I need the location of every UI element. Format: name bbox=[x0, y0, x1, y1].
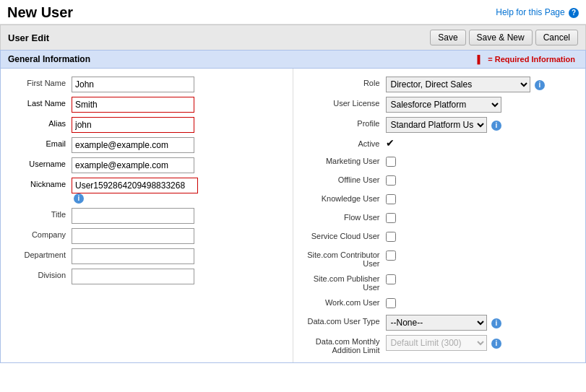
help-icon[interactable]: ? bbox=[569, 8, 579, 18]
first-name-input[interactable] bbox=[72, 77, 194, 92]
first-name-label: First Name bbox=[7, 77, 72, 87]
sitecom-publisher-label: Site.com Publisher User bbox=[299, 272, 386, 292]
division-row: Division bbox=[1, 266, 293, 287]
department-value bbox=[72, 248, 287, 264]
role-select[interactable]: Director, Direct Sales bbox=[386, 77, 530, 92]
last-name-label: Last Name bbox=[7, 97, 72, 108]
user-license-label: User License bbox=[299, 97, 386, 108]
datacom-user-type-info-icon[interactable]: i bbox=[491, 318, 501, 328]
company-row: Company bbox=[1, 226, 293, 246]
first-name-row: First Name bbox=[1, 74, 293, 95]
workcom-user-checkbox[interactable] bbox=[386, 298, 396, 308]
alias-row: Alias bbox=[1, 115, 293, 135]
company-value bbox=[72, 228, 287, 244]
profile-row: Profile Standard Platform User i bbox=[293, 115, 586, 135]
role-value: Director, Direct Sales i bbox=[386, 77, 580, 92]
username-input[interactable] bbox=[72, 157, 194, 173]
knowledge-user-row: Knowledge User bbox=[293, 190, 586, 209]
datacom-user-type-value: --None-- i bbox=[386, 315, 580, 331]
required-note: ▌ = Required Information bbox=[477, 55, 578, 64]
sitecom-contributor-label: Site.com Contributor User bbox=[299, 248, 386, 268]
form-left: First Name Last Name Alias Email Usernam bbox=[1, 69, 293, 362]
active-row: Active ✔ bbox=[293, 135, 586, 152]
knowledge-user-label: Knowledge User bbox=[299, 192, 386, 203]
company-input[interactable] bbox=[72, 228, 194, 244]
title-row: Title bbox=[1, 206, 293, 226]
company-label: Company bbox=[7, 228, 72, 239]
sitecom-contributor-value bbox=[386, 248, 580, 263]
alias-input[interactable] bbox=[72, 117, 194, 133]
division-value bbox=[72, 269, 287, 284]
flow-user-checkbox[interactable] bbox=[386, 213, 396, 223]
email-row: Email bbox=[1, 135, 293, 155]
offline-user-label: Offline User bbox=[299, 173, 386, 184]
marketing-user-checkbox[interactable] bbox=[386, 157, 396, 167]
first-name-value bbox=[72, 77, 287, 92]
division-label: Division bbox=[7, 269, 72, 279]
profile-select[interactable]: Standard Platform User bbox=[386, 117, 487, 133]
sitecom-publisher-checkbox[interactable] bbox=[386, 274, 396, 284]
role-row: Role Director, Direct Sales i bbox=[293, 74, 586, 95]
datacom-monthly-value: Default Limit (300) i bbox=[386, 335, 580, 351]
save-new-button[interactable]: Save & New bbox=[469, 30, 533, 45]
datacom-monthly-row: Data.com Monthly Addition Limit Default … bbox=[293, 333, 586, 357]
role-info-icon[interactable]: i bbox=[535, 80, 545, 90]
active-checkmark: ✔ bbox=[386, 137, 395, 149]
datacom-user-type-row: Data.com User Type --None-- i bbox=[293, 313, 586, 333]
flow-user-label: Flow User bbox=[299, 211, 386, 222]
cancel-button[interactable]: Cancel bbox=[535, 30, 578, 45]
datacom-user-type-label: Data.com User Type bbox=[299, 315, 386, 326]
flow-user-value bbox=[386, 211, 580, 225]
workcom-user-row: Work.com User bbox=[293, 294, 586, 313]
general-info-title: General Information bbox=[8, 54, 90, 64]
email-value bbox=[72, 137, 287, 153]
knowledge-user-checkbox[interactable] bbox=[386, 194, 396, 204]
department-input[interactable] bbox=[72, 248, 194, 264]
sitecom-publisher-row: Site.com Publisher User bbox=[293, 270, 586, 294]
service-cloud-user-checkbox[interactable] bbox=[386, 232, 396, 242]
datacom-monthly-select[interactable]: Default Limit (300) bbox=[386, 335, 487, 351]
flow-user-row: Flow User bbox=[293, 209, 586, 227]
nickname-info-icon[interactable]: i bbox=[74, 193, 84, 204]
department-label: Department bbox=[7, 248, 72, 259]
page-title: New User bbox=[7, 4, 73, 21]
title-input[interactable] bbox=[72, 208, 194, 224]
sitecom-contributor-checkbox[interactable] bbox=[386, 251, 396, 261]
form-body: First Name Last Name Alias Email Usernam bbox=[0, 68, 586, 363]
nickname-row: Nickname i bbox=[1, 175, 293, 206]
division-input[interactable] bbox=[72, 269, 194, 284]
profile-label: Profile bbox=[299, 117, 386, 128]
alias-value bbox=[72, 117, 287, 133]
general-info-header: General Information ▌ = Required Informa… bbox=[0, 50, 586, 68]
username-label: Username bbox=[7, 157, 72, 168]
knowledge-user-value bbox=[386, 192, 580, 206]
form-right: Role Director, Direct Sales i User Licen… bbox=[293, 69, 586, 362]
datacom-user-type-select[interactable]: --None-- bbox=[386, 315, 487, 331]
sitecom-contributor-row: Site.com Contributor User bbox=[293, 246, 586, 270]
offline-user-checkbox[interactable] bbox=[386, 175, 396, 186]
username-row: Username bbox=[1, 155, 293, 175]
required-marker: ▌ bbox=[477, 55, 483, 64]
user-license-row: User License Salesforce Platform bbox=[293, 95, 586, 115]
email-input[interactable] bbox=[72, 137, 194, 153]
sitecom-publisher-value bbox=[386, 272, 580, 287]
nickname-input[interactable] bbox=[72, 178, 198, 193]
section-header: User Edit Save Save & New Cancel bbox=[0, 25, 586, 50]
title-value bbox=[72, 208, 287, 224]
user-license-select[interactable]: Salesforce Platform bbox=[386, 97, 501, 113]
nickname-value: i bbox=[72, 178, 287, 204]
alias-label: Alias bbox=[7, 117, 72, 128]
page-header: New User Help for this Page ? bbox=[0, 0, 586, 25]
last-name-row: Last Name bbox=[1, 95, 293, 115]
last-name-input[interactable] bbox=[72, 97, 194, 113]
offline-user-value bbox=[386, 173, 580, 188]
service-cloud-user-row: Service Cloud User bbox=[293, 227, 586, 246]
save-button[interactable]: Save bbox=[430, 30, 465, 45]
profile-info-icon[interactable]: i bbox=[491, 121, 501, 131]
datacom-monthly-info-icon[interactable]: i bbox=[491, 339, 501, 349]
last-name-value bbox=[72, 97, 287, 113]
profile-value: Standard Platform User i bbox=[386, 117, 580, 133]
help-link[interactable]: Help for this Page bbox=[496, 7, 564, 17]
workcom-user-value bbox=[386, 296, 580, 310]
service-cloud-user-value bbox=[386, 230, 580, 244]
